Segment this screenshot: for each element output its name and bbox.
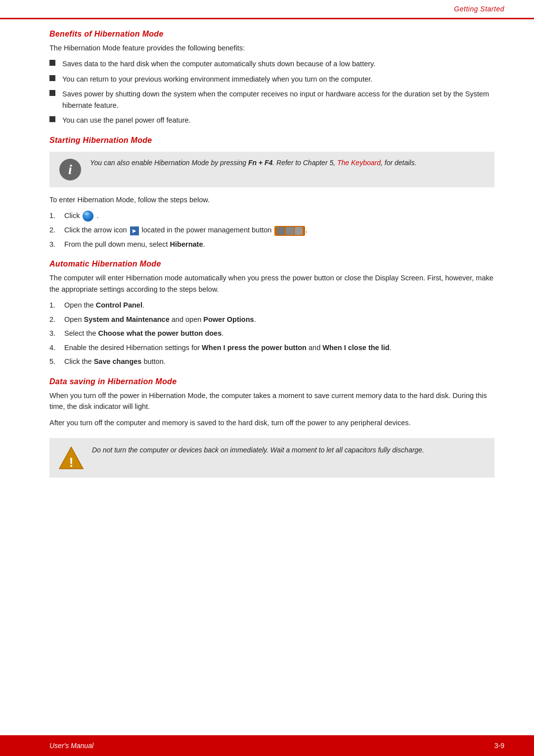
warning-icon: ! [58,445,84,471]
step1-click: Click [64,212,82,220]
list-item: 3. Select the Choose what the power butt… [49,328,494,339]
power-btn-icon-3 [295,227,303,235]
starting-intro: To enter Hibernation Mode, follow the st… [49,194,494,205]
main-content: Benefits of Hibernation Mode The Hiberna… [49,30,494,726]
bullet-icon [49,75,55,81]
automatic-heading: Automatic Hibernation Mode [49,260,494,268]
step-text: Open System and Maintenance and open Pow… [64,314,256,325]
step-number: 3. [49,239,64,250]
arrow-icon [130,226,139,235]
page-footer: User's Manual 3-9 [0,735,534,756]
list-item: 3. From the pull down menu, select Hiber… [49,239,494,250]
list-item: 1. Open the Control Panel. [49,300,494,311]
step-text: From the pull down menu, select Hibernat… [64,239,205,250]
power-management-button [274,226,305,236]
step-text: Click the arrow icon located in the powe… [64,224,307,235]
data-saving-heading: Data saving in Hibernation Mode [49,377,494,386]
list-item: Saves data to the hard disk when the com… [49,58,494,69]
list-item-text: You can use the panel power off feature. [62,115,191,126]
warning-text: Do not turn the computer or devices back… [92,446,424,454]
bullet-icon [49,60,55,66]
data-saving-para2: After you turn off the computer and memo… [49,417,494,428]
info-icon: i [58,158,82,181]
warning-box: ! Do not turn the computer or devices ba… [49,438,494,478]
data-saving-para1: When you turn off the power in Hibernati… [49,390,494,412]
step-number: 1. [49,210,64,221]
step-text: Enable the desired Hibernation settings … [64,342,392,353]
list-item: 5. Click the Save changes button. [49,356,494,367]
bullet-icon [49,116,55,122]
step-number: 1. [49,300,64,311]
benefits-heading: Benefits of Hibernation Mode [49,30,494,39]
info-box: i You can also enable Hibernation Mode b… [49,152,494,187]
svg-text:!: ! [69,455,74,470]
step-number: 5. [49,356,64,367]
step-text: Click the Save changes button. [64,356,166,367]
page-header: Getting Started [454,5,504,13]
power-btn-icon-1 [277,227,285,235]
windows-orb-icon [83,211,93,222]
list-item: 1. Click . [49,210,494,222]
automatic-intro: The computer will enter Hibernation mode… [49,272,494,295]
step-text: Select the Choose what the power button … [64,328,223,339]
step-number: 2. [49,314,64,325]
list-item-text: You can return to your previous working … [62,74,372,85]
starting-heading: Starting Hibernation Mode [49,136,494,145]
step-text: Click . [64,210,99,222]
step-number: 2. [49,224,64,235]
automatic-steps-list: 1. Open the Control Panel. 2. Open Syste… [49,300,494,367]
step1-period: . [96,212,98,220]
list-item: You can use the panel power off feature. [49,115,494,126]
benefits-intro: The Hibernation Mode feature provides th… [49,43,494,53]
info-box-text: You can also enable Hibernation Mode by … [90,158,416,169]
list-item: 2. Click the arrow icon located in the p… [49,224,494,235]
list-item: You can return to your previous working … [49,74,494,85]
list-item-text: Saves data to the hard disk when the com… [62,58,375,69]
benefits-list: Saves data to the hard disk when the com… [49,58,494,126]
footer-right: 3-9 [494,742,504,750]
list-item-text: Saves power by shutting down the system … [62,89,494,111]
list-item: Saves power by shutting down the system … [49,89,494,111]
list-item: 2. Open System and Maintenance and open … [49,314,494,325]
bullet-icon [49,90,55,96]
step-text: Open the Control Panel. [64,300,144,311]
step-number: 3. [49,328,64,339]
list-item: 4. Enable the desired Hibernation settin… [49,342,494,353]
starting-steps-list: 1. Click . 2. Click the arrow icon locat… [49,210,494,250]
power-btn-icon-2 [286,227,294,235]
step-number: 4. [49,342,64,353]
header-title: Getting Started [454,5,504,13]
keyboard-link[interactable]: The Keyboard [337,159,381,167]
page-container: Getting Started Benefits of Hibernation … [0,0,534,756]
top-rule [0,18,534,19]
svg-text:i: i [68,162,72,177]
warning-box-text: Do not turn the computer or devices back… [92,445,424,456]
footer-left: User's Manual [49,742,93,750]
